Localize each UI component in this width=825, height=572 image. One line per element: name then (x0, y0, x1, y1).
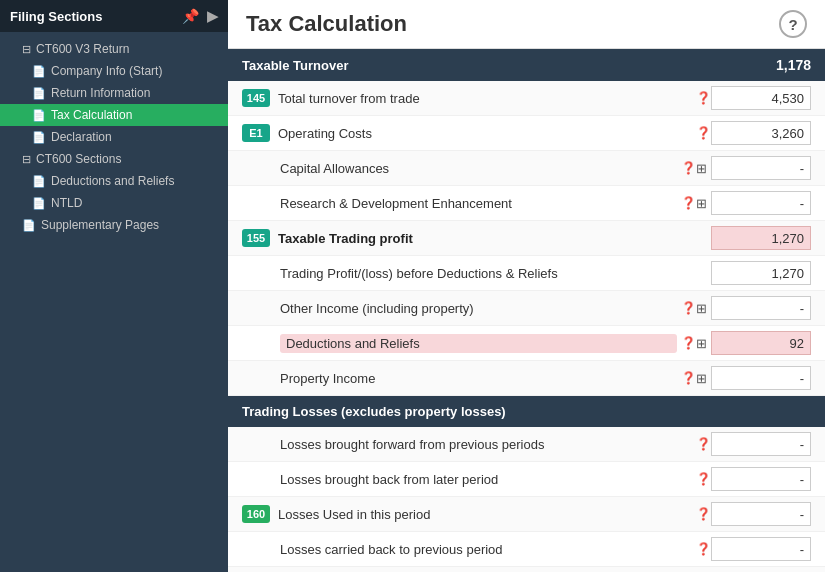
sidebar-item-ct600[interactable]: ⊟ CT600 V3 Return (0, 38, 228, 60)
help-icon[interactable]: ❓ (681, 196, 696, 210)
badge-160: 160 (242, 505, 270, 523)
sidebar: Filing Sections 📌 ▶ ⊟ CT600 V3 Return 📄 … (0, 0, 228, 572)
sidebar-item-declaration[interactable]: 📄 Declaration (0, 126, 228, 148)
trading-losses-header: Trading Losses (excludes property losses… (228, 396, 825, 427)
help-icon[interactable]: ❓ (696, 91, 711, 105)
sidebar-item-label: Tax Calculation (51, 108, 132, 122)
calc-icon[interactable]: ⊞ (696, 336, 707, 351)
total-turnover-label: Total turnover from trade (278, 91, 692, 106)
sidebar-item-label: Return Information (51, 86, 150, 100)
losses-back-later-input[interactable] (711, 467, 811, 491)
deductions-reliefs-input[interactable] (711, 331, 811, 355)
doc-icon: 📄 (32, 175, 46, 188)
help-icon[interactable]: ❓ (696, 437, 711, 451)
taxable-trading-profit-label: Taxable Trading profit (278, 231, 711, 246)
capital-allowances-row: Capital Allowances ❓ ⊞ (228, 151, 825, 186)
other-income-label: Other Income (including property) (280, 301, 677, 316)
page-title: Tax Calculation (246, 11, 407, 37)
help-icon[interactable]: ❓ (696, 472, 711, 486)
losses-forward-row: Losses brought forward from previous per… (228, 427, 825, 462)
taxable-turnover-label: Taxable Turnover (242, 58, 348, 73)
trading-profit-loss-input[interactable] (711, 261, 811, 285)
sidebar-header: Filing Sections 📌 ▶ (0, 0, 228, 32)
losses-used-label: Losses Used in this period (278, 507, 692, 522)
pin-icon[interactable]: 📌 (182, 8, 199, 24)
sidebar-item-label: NTLD (51, 196, 82, 210)
sidebar-header-actions: 📌 ▶ (182, 8, 218, 24)
operating-costs-label: Operating Costs (278, 126, 692, 141)
sidebar-item-label: Company Info (Start) (51, 64, 162, 78)
help-icon[interactable]: ❓ (696, 126, 711, 140)
help-icon[interactable]: ❓ (681, 161, 696, 175)
trading-losses-label: Trading Losses (excludes property losses… (242, 404, 506, 419)
losses-back-later-label: Losses brought back from later period (280, 472, 692, 487)
help-icon[interactable]: ❓ (681, 371, 696, 385)
sidebar-item-return-info[interactable]: 📄 Return Information (0, 82, 228, 104)
rd-enhancement-label: Research & Development Enhancement (280, 196, 677, 211)
taxable-trading-profit-input[interactable] (711, 226, 811, 250)
doc-icon: 📄 (32, 197, 46, 210)
sidebar-item-label: Declaration (51, 130, 112, 144)
badge-e1: E1 (242, 124, 270, 142)
doc-icon: 📄 (32, 87, 46, 100)
losses-forward-label: Losses brought forward from previous per… (280, 437, 692, 452)
capital-allowances-input[interactable] (711, 156, 811, 180)
property-income-row: Property Income ❓ ⊞ (228, 361, 825, 396)
calc-icon[interactable]: ⊞ (696, 301, 707, 316)
losses-back-previous-label: Losses carried back to previous period (280, 542, 692, 557)
main-content: Tax Calculation ? Taxable Turnover 1,178… (228, 0, 825, 572)
losses-back-later-row: Losses brought back from later period ❓ (228, 462, 825, 497)
property-income-input[interactable] (711, 366, 811, 390)
other-income-row: Other Income (including property) ❓ ⊞ (228, 291, 825, 326)
sidebar-item-deductions[interactable]: 📄 Deductions and Reliefs (0, 170, 228, 192)
help-icon[interactable]: ❓ (696, 507, 711, 521)
calc-icon[interactable]: ⊞ (696, 196, 707, 211)
trading-profit-loss-row: Trading Profit/(loss) before Deductions … (228, 256, 825, 291)
help-icon[interactable]: ❓ (681, 301, 696, 315)
content-area: Taxable Turnover 1,178 145 Total turnove… (228, 49, 825, 572)
calc-icon[interactable]: ⊞ (696, 161, 707, 176)
taxable-turnover-value: 1,178 (776, 57, 811, 73)
sidebar-item-label: CT600 Sections (36, 152, 121, 166)
sidebar-item-label: CT600 V3 Return (36, 42, 129, 56)
main-header: Tax Calculation ? (228, 0, 825, 49)
losses-used-input[interactable] (711, 502, 811, 526)
folder-icon: ⊟ (22, 153, 31, 166)
doc-icon: 📄 (32, 65, 46, 78)
rd-enhancement-row: Research & Development Enhancement ❓ ⊞ (228, 186, 825, 221)
sidebar-title: Filing Sections (10, 9, 102, 24)
help-icon[interactable]: ❓ (681, 336, 696, 350)
losses-back-previous-input[interactable] (711, 537, 811, 561)
doc-icon: 📄 (32, 109, 46, 122)
rd-enhancement-input[interactable] (711, 191, 811, 215)
help-button[interactable]: ? (779, 10, 807, 38)
losses-forward-input[interactable] (711, 432, 811, 456)
sidebar-tree: ⊟ CT600 V3 Return 📄 Company Info (Start)… (0, 32, 228, 242)
sidebar-item-company-info[interactable]: 📄 Company Info (Start) (0, 60, 228, 82)
doc-icon: 📄 (22, 219, 36, 232)
operating-costs-input[interactable] (711, 121, 811, 145)
deductions-reliefs-label: Deductions and Reliefs (280, 334, 677, 353)
taxable-trading-profit-row: 155 Taxable Trading profit (228, 221, 825, 256)
operating-costs-row: E1 Operating Costs ❓ (228, 116, 825, 151)
calc-icon[interactable]: ⊞ (696, 371, 707, 386)
sidebar-item-supplementary[interactable]: 📄 Supplementary Pages (0, 214, 228, 236)
trading-profit-loss-label: Trading Profit/(loss) before Deductions … (280, 266, 711, 281)
losses-back-previous-row: Losses carried back to previous period ❓ (228, 532, 825, 567)
sidebar-item-label: Deductions and Reliefs (51, 174, 174, 188)
total-turnover-input[interactable] (711, 86, 811, 110)
losses-forward2-row: Losses carried forward (228, 567, 825, 572)
help-icon[interactable]: ❓ (696, 542, 711, 556)
losses-used-row: 160 Losses Used in this period ❓ (228, 497, 825, 532)
badge-145: 145 (242, 89, 270, 107)
sidebar-item-label: Supplementary Pages (41, 218, 159, 232)
folder-icon: ⊟ (22, 43, 31, 56)
sidebar-item-ntld[interactable]: 📄 NTLD (0, 192, 228, 214)
capital-allowances-label: Capital Allowances (280, 161, 677, 176)
sidebar-item-ct600-sections[interactable]: ⊟ CT600 Sections (0, 148, 228, 170)
sidebar-item-tax-calc[interactable]: 📄 Tax Calculation (0, 104, 228, 126)
badge-155: 155 (242, 229, 270, 247)
expand-icon[interactable]: ▶ (207, 8, 218, 24)
doc-icon: 📄 (32, 131, 46, 144)
other-income-input[interactable] (711, 296, 811, 320)
